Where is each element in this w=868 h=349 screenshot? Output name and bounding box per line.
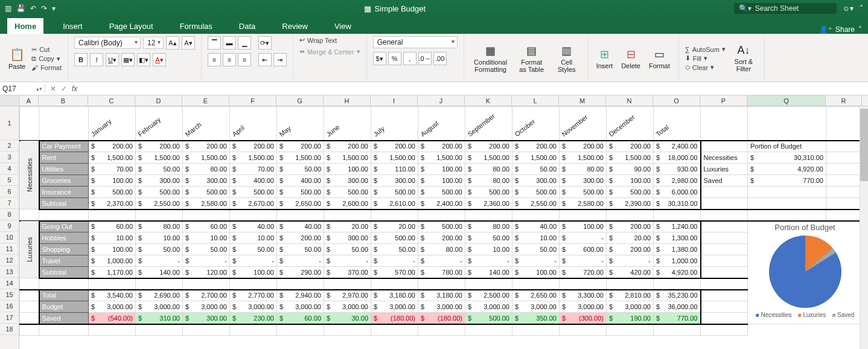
cell[interactable]: $3,000.00 bbox=[560, 301, 607, 313]
cell[interactable] bbox=[230, 210, 277, 221]
cell[interactable]: $2,550.00 bbox=[136, 198, 183, 210]
cell[interactable]: $2,670.00 bbox=[230, 198, 277, 210]
cell[interactable]: $6,000.00 bbox=[654, 187, 701, 198]
row-label[interactable]: Car Payment bbox=[39, 141, 89, 152]
cell[interactable]: $- bbox=[560, 255, 607, 267]
cell[interactable] bbox=[20, 301, 39, 313]
cell[interactable]: $36,000.00 bbox=[654, 301, 701, 313]
cell[interactable]: $80.00 bbox=[136, 221, 183, 232]
cell[interactable]: $930.00 bbox=[654, 164, 701, 175]
row-header-11[interactable]: 11 bbox=[0, 243, 19, 255]
tab-home[interactable]: Home bbox=[7, 18, 43, 34]
cell[interactable]: $4,920.00 bbox=[748, 164, 826, 175]
cell[interactable]: $60.00 bbox=[183, 221, 230, 232]
cell[interactable]: $- bbox=[607, 255, 654, 267]
cell[interactable]: $1,500.00 bbox=[324, 152, 371, 164]
cell[interactable]: $35,230.00 bbox=[654, 290, 701, 301]
cell[interactable]: $2,650.00 bbox=[277, 198, 324, 210]
row-header-10[interactable]: 10 bbox=[0, 232, 19, 243]
month-header[interactable]: January bbox=[89, 107, 136, 141]
cell[interactable]: $500.00 bbox=[230, 187, 277, 198]
column-header-P[interactable]: P bbox=[700, 95, 747, 106]
row-label[interactable]: Saved bbox=[39, 313, 89, 324]
cell[interactable] bbox=[277, 210, 324, 221]
cell[interactable] bbox=[654, 210, 701, 221]
cell[interactable] bbox=[136, 278, 183, 290]
cell[interactable]: $50.00 bbox=[277, 164, 324, 175]
cell[interactable]: $3,000.00 bbox=[607, 301, 654, 313]
cell[interactable]: $300.00 bbox=[371, 175, 418, 187]
cell[interactable]: $600.00 bbox=[560, 244, 607, 255]
cell[interactable]: $- bbox=[324, 255, 371, 267]
cell[interactable]: $2,400.00 bbox=[418, 198, 465, 210]
cell[interactable]: $1,000.00 bbox=[654, 255, 701, 267]
row-header-8[interactable]: 8 bbox=[0, 209, 19, 220]
cell[interactable]: $200.00 bbox=[607, 244, 654, 255]
cell[interactable] bbox=[826, 152, 863, 164]
cell[interactable]: $100.00 bbox=[418, 164, 465, 175]
cell[interactable]: $18,000.00 bbox=[654, 152, 701, 164]
tab-data[interactable]: Data bbox=[232, 18, 263, 34]
cell[interactable]: $80.00 bbox=[560, 164, 607, 175]
cell[interactable] bbox=[20, 278, 39, 290]
cell[interactable]: $10.00 bbox=[89, 232, 136, 244]
row-header-16[interactable]: 16 bbox=[0, 301, 19, 312]
cell[interactable]: $80.00 bbox=[465, 164, 512, 175]
fill-color-button[interactable]: ◧▾ bbox=[137, 53, 150, 66]
cell[interactable]: $1,500.00 bbox=[277, 152, 324, 164]
cell[interactable]: $2,550.00 bbox=[512, 198, 560, 210]
cell[interactable] bbox=[183, 210, 230, 221]
cell[interactable]: $230.00 bbox=[230, 313, 277, 324]
cell[interactable]: $20.00 bbox=[607, 232, 654, 244]
row-label[interactable]: Subtotal bbox=[39, 267, 89, 278]
row-label[interactable]: Going Out bbox=[39, 221, 89, 232]
column-header-M[interactable]: M bbox=[559, 95, 606, 106]
cell[interactable]: $2,390.00 bbox=[607, 198, 654, 210]
increase-font-icon[interactable]: A▴ bbox=[166, 36, 179, 50]
cell[interactable] bbox=[183, 324, 230, 336]
cell[interactable]: $3,000.00 bbox=[465, 301, 512, 313]
cell[interactable]: $- bbox=[371, 255, 418, 267]
underline-button[interactable]: U▾ bbox=[106, 53, 119, 66]
cell[interactable]: $1,500.00 bbox=[371, 152, 418, 164]
qat-more-icon[interactable]: ▾ bbox=[52, 4, 56, 13]
column-header-I[interactable]: I bbox=[371, 95, 418, 106]
row-label[interactable]: Hobbies bbox=[39, 232, 89, 244]
cell[interactable]: $80.00 bbox=[418, 244, 465, 255]
column-header-N[interactable]: N bbox=[606, 95, 653, 106]
cell[interactable] bbox=[39, 278, 89, 290]
cell[interactable]: $30,310.00 bbox=[748, 152, 826, 164]
cell[interactable]: $1,500.00 bbox=[607, 152, 654, 164]
cell[interactable]: $140.00 bbox=[465, 267, 512, 278]
cell[interactable]: $500.00 bbox=[371, 187, 418, 198]
cell[interactable] bbox=[701, 107, 748, 141]
month-header[interactable]: July bbox=[371, 107, 418, 141]
row-label[interactable]: Total bbox=[39, 290, 89, 301]
row-label[interactable]: Shopping bbox=[39, 244, 89, 255]
cut-button[interactable]: ✂Cut bbox=[31, 46, 62, 54]
cell[interactable]: $90.00 bbox=[607, 164, 654, 175]
cell[interactable]: $100.00 bbox=[89, 175, 136, 187]
cell[interactable] bbox=[701, 255, 748, 267]
column-header-H[interactable]: H bbox=[324, 95, 371, 106]
cell[interactable] bbox=[418, 210, 465, 221]
cell[interactable]: $2,500.00 bbox=[465, 290, 512, 301]
cell[interactable]: $80.00 bbox=[183, 164, 230, 175]
cell[interactable]: $- bbox=[230, 255, 277, 267]
cell[interactable]: $2,970.00 bbox=[324, 290, 371, 301]
cell[interactable]: $300.00 bbox=[324, 175, 371, 187]
cell[interactable]: $10.00 bbox=[183, 232, 230, 244]
cell[interactable] bbox=[560, 210, 607, 221]
cell[interactable]: $200.00 bbox=[418, 141, 465, 152]
row-label[interactable]: Budget bbox=[39, 301, 89, 313]
row-header-12[interactable]: 12 bbox=[0, 255, 19, 266]
cell[interactable] bbox=[277, 278, 324, 290]
cell[interactable]: $400.00 bbox=[277, 175, 324, 187]
cell[interactable] bbox=[136, 210, 183, 221]
cell[interactable]: $50.00 bbox=[465, 232, 512, 244]
row-header-18[interactable]: 18 bbox=[0, 324, 19, 335]
cell[interactable]: $10.00 bbox=[230, 232, 277, 244]
cell[interactable] bbox=[230, 278, 277, 290]
cell[interactable] bbox=[371, 324, 418, 336]
column-header-L[interactable]: L bbox=[512, 95, 559, 106]
